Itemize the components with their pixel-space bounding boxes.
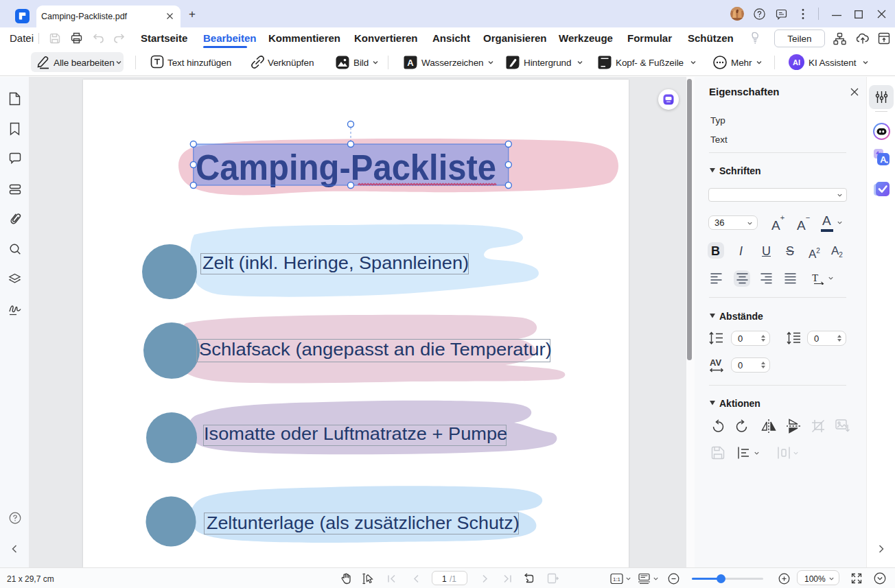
svg-text:T: T [812, 272, 818, 283]
svg-text:A: A [880, 154, 887, 165]
svg-text:A: A [407, 58, 414, 68]
svg-text:AI: AI [793, 58, 800, 67]
svg-text:AV: AV [710, 358, 721, 368]
svg-text:1:1: 1:1 [613, 576, 621, 583]
